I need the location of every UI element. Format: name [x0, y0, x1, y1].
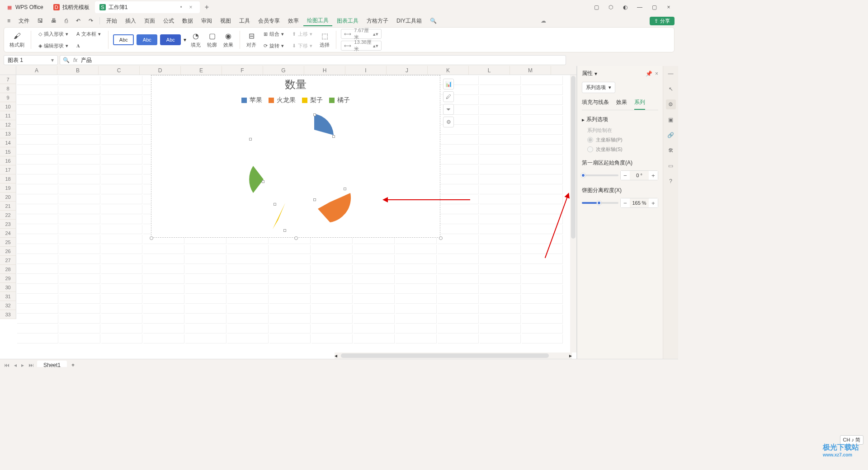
- maximize-icon[interactable]: ▢: [650, 3, 658, 11]
- style-1-button[interactable]: Abc: [113, 34, 134, 45]
- row-19[interactable]: 19: [0, 183, 16, 193]
- col-K[interactable]: K: [428, 66, 469, 75]
- menu-tools[interactable]: 工具: [236, 15, 254, 26]
- row-13[interactable]: 13: [0, 129, 16, 138]
- menu-data[interactable]: 数据: [179, 15, 197, 26]
- chart-elements-button[interactable]: 📊: [443, 79, 454, 89]
- col-L[interactable]: L: [469, 66, 510, 75]
- rail-layer-icon[interactable]: ▣: [666, 115, 676, 125]
- row-24[interactable]: 24: [0, 229, 16, 238]
- slice-apple[interactable]: [314, 114, 334, 135]
- sheet-tab-1[interactable]: Sheet1: [37, 361, 67, 367]
- tab-series[interactable]: 系列: [634, 99, 645, 110]
- angle-plus[interactable]: +: [649, 171, 658, 180]
- col-E[interactable]: E: [181, 66, 222, 75]
- rail-book-icon[interactable]: ▭: [666, 161, 676, 171]
- align-button[interactable]: ⊟对齐: [245, 32, 258, 48]
- app-tab[interactable]: ▦ WPS Office: [2, 1, 48, 13]
- doc-tab[interactable]: S 工作簿1 • ×: [95, 1, 200, 13]
- col-D[interactable]: D: [140, 66, 181, 75]
- explode-value[interactable]: 165 %: [630, 200, 649, 206]
- sheet-prev-icon[interactable]: ◂: [13, 362, 18, 367]
- row-14[interactable]: 14: [0, 138, 16, 147]
- row-16[interactable]: 16: [0, 156, 16, 165]
- col-G[interactable]: G: [263, 66, 304, 75]
- insert-shape-button[interactable]: ◇插入形状 ▾: [36, 28, 71, 39]
- share-button[interactable]: ⇪ 分享: [650, 17, 675, 25]
- pin-icon[interactable]: 📌: [646, 70, 652, 77]
- fx-cancel-icon[interactable]: 🔍: [63, 57, 70, 63]
- close-pane-icon[interactable]: ×: [655, 70, 658, 77]
- name-box[interactable]: 图表 1▾: [4, 55, 58, 65]
- row-11[interactable]: 11: [0, 111, 16, 120]
- row-25[interactable]: 25: [0, 238, 16, 247]
- slice-orange[interactable]: [249, 166, 264, 193]
- tab-fill[interactable]: 填充与线条: [582, 99, 609, 110]
- add-sheet-button[interactable]: +: [69, 362, 77, 367]
- menu-grid[interactable]: 方格方子: [363, 15, 392, 26]
- outline-button[interactable]: ▢轮廓: [205, 32, 219, 48]
- col-A[interactable]: A: [16, 66, 57, 75]
- row-7[interactable]: 7: [0, 75, 16, 84]
- row-12[interactable]: 12: [0, 120, 16, 129]
- menu-review[interactable]: 审阅: [198, 15, 216, 26]
- close-tab-icon[interactable]: ×: [189, 4, 195, 10]
- row-20[interactable]: 20: [0, 193, 16, 202]
- wc-1-icon[interactable]: ▢: [592, 3, 600, 11]
- angle-minus[interactable]: −: [621, 171, 630, 180]
- print-icon[interactable]: 🖶: [47, 15, 60, 26]
- select-button[interactable]: ⬚选择: [318, 32, 331, 48]
- chart-style-button[interactable]: 🖊: [443, 91, 454, 102]
- wc-2-icon[interactable]: ⬡: [607, 3, 615, 11]
- rail-link-icon[interactable]: 🔗: [666, 130, 676, 140]
- chart-filter-button[interactable]: ⏷: [443, 104, 454, 115]
- slice-dragon[interactable]: [318, 193, 351, 222]
- edit-shape-button[interactable]: ◈编辑形状 ▾: [36, 40, 71, 51]
- menu-member[interactable]: 会员专享: [255, 15, 283, 26]
- rotate-button[interactable]: ⟳旋转 ▾: [261, 40, 287, 51]
- group-button[interactable]: ⊞组合 ▾: [261, 28, 287, 39]
- horizontal-scrollbar[interactable]: ◂▸: [335, 352, 572, 359]
- menu-chart[interactable]: 图表工具: [333, 15, 362, 26]
- textbox-button[interactable]: A文本框 ▾: [74, 28, 104, 39]
- pie-chart[interactable]: 数量 苹果 火龙果 梨子 橘子: [151, 75, 440, 238]
- row-18[interactable]: 18: [0, 174, 16, 183]
- row-10[interactable]: 10: [0, 102, 16, 111]
- row-8[interactable]: 8: [0, 84, 16, 93]
- select-all[interactable]: [0, 66, 16, 75]
- width-input[interactable]: ⟷ 7.67厘米▴▾: [341, 29, 382, 39]
- save-icon[interactable]: 🖫: [34, 15, 47, 26]
- style-2-button[interactable]: Abc: [137, 34, 157, 45]
- file-menu[interactable]: 文件: [15, 15, 33, 26]
- rail-select-icon[interactable]: ↖: [666, 84, 676, 94]
- search-icon[interactable]: 🔍: [426, 15, 440, 26]
- minimize-icon[interactable]: —: [636, 3, 644, 11]
- row-22[interactable]: 22: [0, 211, 16, 220]
- row-15[interactable]: 15: [0, 147, 16, 156]
- row-9[interactable]: 9: [0, 93, 16, 102]
- rail-collapse-icon[interactable]: —: [666, 69, 676, 79]
- style-more-icon[interactable]: ▾: [184, 37, 186, 43]
- rail-help-icon[interactable]: ?: [666, 176, 676, 186]
- menu-drawing[interactable]: 绘图工具: [303, 15, 332, 26]
- rail-settings-icon[interactable]: ⚙: [666, 99, 676, 109]
- series-opts-header[interactable]: ▸ 系列选项: [582, 116, 658, 123]
- menu-insert[interactable]: 插入: [122, 15, 140, 26]
- tab-effect[interactable]: 效果: [616, 99, 627, 110]
- cloud-icon[interactable]: ☁: [541, 18, 546, 24]
- menu-view[interactable]: 视图: [217, 15, 235, 26]
- row-28[interactable]: 28: [0, 265, 16, 274]
- sheet-last-icon[interactable]: ⏭: [27, 362, 35, 367]
- vertical-scrollbar[interactable]: [570, 75, 576, 352]
- textart-button[interactable]: 𝐀: [74, 40, 104, 51]
- col-B[interactable]: B: [57, 66, 99, 75]
- fx-icon[interactable]: fx: [73, 57, 77, 63]
- slice-pear[interactable]: [273, 203, 285, 229]
- menu-start[interactable]: 开始: [103, 15, 121, 26]
- chevron-icon[interactable]: ▾: [594, 70, 597, 77]
- menu-hamburger-icon[interactable]: ≡: [4, 15, 14, 26]
- style-3-button[interactable]: Abc: [160, 34, 181, 45]
- col-M[interactable]: M: [510, 66, 551, 75]
- fill-button[interactable]: ◔填充: [189, 32, 203, 48]
- rail-tool-icon[interactable]: 🛠: [666, 146, 676, 155]
